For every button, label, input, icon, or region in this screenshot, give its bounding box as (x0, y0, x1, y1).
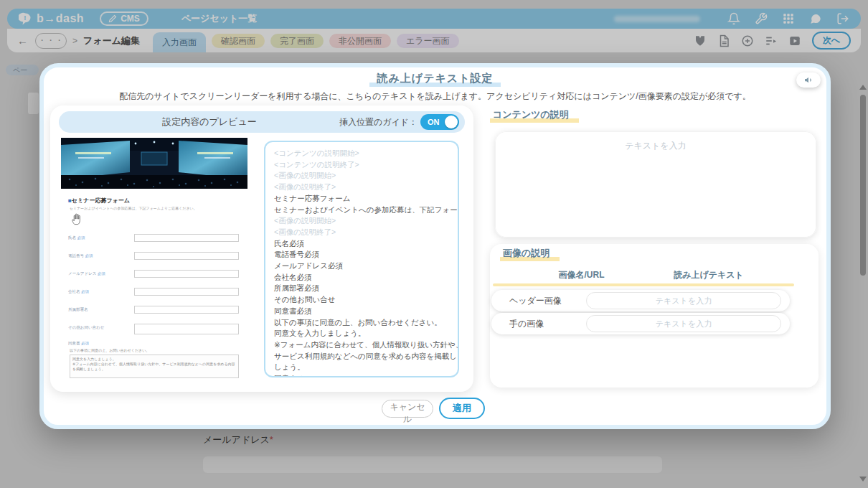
cancel-button[interactable]: キャンセル (382, 400, 433, 418)
speaker-icon (804, 75, 813, 85)
form-preview-field-row: その他お問い合わせ (61, 324, 247, 334)
content-description-heading: コンテンツの説明 (490, 108, 579, 123)
form-preview-input (134, 270, 239, 278)
image-description-row: ヘッダー画像 (491, 290, 790, 311)
speaker-preview-button[interactable] (796, 72, 821, 88)
guide-toggle[interactable]: ON (420, 114, 459, 130)
modal-subtitle: 配信先のサイトでスクリーンリーダーを利用する場合に、こちらのテキストを読み上げま… (44, 90, 826, 103)
preview-card: 設定内容のプレビュー 挿入位置のガイド： ON (50, 105, 473, 392)
read-aloud-line: 氏名必須 (274, 238, 449, 250)
header-image-preview (61, 138, 247, 189)
read-aloud-line: 同意文を入力しましょう。 (274, 328, 449, 339)
read-aloud-line: <画像の説明終了> (274, 182, 449, 193)
screen: ! b→dash CMS ページセット一覧 (0, 0, 868, 488)
form-preview-field-row: 会社名 必須 (61, 288, 247, 298)
form-preview-input (134, 288, 239, 296)
read-aloud-line: しょう。 (274, 362, 449, 373)
read-aloud-settings-modal: 読み上げテキスト設定 配信先のサイトでスクリーンリーダーを利用する場合に、こちら… (39, 63, 831, 429)
read-aloud-line: 同意書必須 (274, 306, 449, 317)
image-name: 手の画像 (509, 313, 544, 334)
read-aloud-line: 同意する (274, 373, 449, 377)
read-aloud-line: メールアドレス必須 (274, 261, 449, 272)
form-preview-consent-label: 同意書 必須 (68, 341, 89, 346)
form-preview-field-row: 電話番号 必須 (61, 252, 247, 262)
read-aloud-text-panel: <コンテンツの説明開始> <コンテンツの説明終了> <画像の説明開始> <画像の… (264, 141, 459, 377)
image-description-row: 手の画像 (491, 313, 790, 334)
form-preview-subtitle: セミナーおよびイベントへの参加応募は、下記フォームよりご応募ください。 (70, 206, 238, 210)
read-aloud-line: <コンテンツの説明終了> (274, 159, 449, 171)
table-header-underline (493, 283, 794, 286)
image-name: ヘッダー画像 (509, 290, 562, 311)
form-preview-input (134, 252, 239, 260)
form-preview-field-row: メールアドレス 必須 (61, 270, 247, 280)
read-aloud-line: 以下の事項に同意の上、お問い合わせください。 (274, 317, 449, 329)
image-description-card: 画像の説明 画像名/URL 読み上げテキスト ヘッダー画像 手の画像 (490, 244, 819, 388)
read-aloud-line: 所属部署必須 (274, 283, 449, 294)
read-aloud-line: <画像の説明開始> (274, 170, 449, 182)
column-header-read-text: 読み上げテキスト (644, 269, 773, 281)
insert-guide-label: 挿入位置のガイド： (339, 111, 418, 133)
read-aloud-line: ※フォーム内容に合わせて、個人情報取り扱い方針や、 (274, 339, 449, 351)
read-text-input-header-image[interactable] (586, 292, 781, 309)
modal-title: 読み上げテキスト設定 (369, 72, 500, 88)
form-preview: ■セミナー応募フォーム セミナーおよびイベントへの参加応募は、下記フォームよりご… (61, 138, 247, 378)
preview-header-bar: 設定内容のプレビュー 挿入位置のガイド： ON (59, 111, 465, 133)
form-preview-consent-note: 以下の事項に同意の上、お問い合わせください。 (70, 348, 149, 352)
form-preview-input (134, 306, 239, 314)
form-preview-field-row: 氏名 必須 (61, 234, 247, 244)
read-aloud-line: 電話番号必須 (274, 249, 449, 261)
read-aloud-line: サービス利用規約などへの同意を求める内容を掲載しま (274, 351, 449, 362)
content-description-card (495, 131, 816, 238)
preview-header-title: 設定内容のプレビュー (59, 111, 360, 133)
read-aloud-line: 会社名必須 (274, 272, 449, 283)
apply-button[interactable]: 適用 (439, 398, 485, 419)
hand-image-preview (71, 212, 81, 225)
read-aloud-line: その他お問い合せ (274, 294, 449, 306)
read-aloud-line: セミナー応募フォーム (274, 193, 449, 205)
form-preview-consent-textarea: 同意文を入力しましょう。 ※フォーム内容に合わせて、個人情報取り扱い方針や、サー… (70, 355, 239, 378)
form-preview-title: ■セミナー応募フォーム (68, 197, 130, 205)
image-description-heading: 画像の説明 (500, 247, 560, 262)
read-aloud-line: <コンテンツの説明開始> (274, 148, 449, 159)
form-preview-field-row: 所属部署名 (61, 306, 247, 316)
content-description-textarea[interactable] (496, 132, 816, 237)
toggle-knob (445, 116, 458, 128)
read-aloud-line: セミナーおよびイベントへの参加応募は、下記フォーム (274, 205, 449, 216)
read-text-input-hand-image[interactable] (586, 315, 781, 332)
form-preview-input (134, 324, 239, 334)
form-preview-input (134, 234, 239, 242)
read-aloud-line: <画像の説明終了> (274, 227, 449, 238)
guide-toggle-on-label: ON (428, 114, 440, 130)
read-aloud-line: <画像の説明開始> (274, 215, 449, 227)
column-header-image-name: 画像名/URL (529, 269, 633, 281)
